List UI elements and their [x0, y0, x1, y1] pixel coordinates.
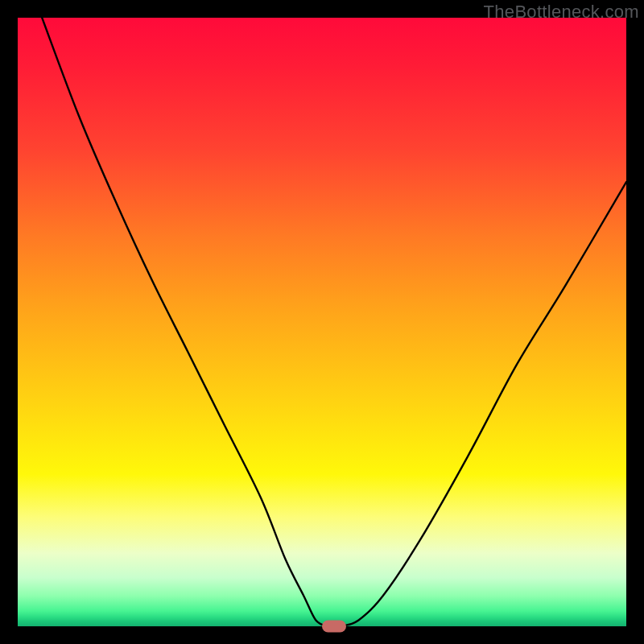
- bottleneck-curve: [18, 18, 626, 626]
- chart-frame: TheBottleneck.com: [0, 0, 644, 644]
- plot-area: [18, 18, 626, 626]
- watermark-text: TheBottleneck.com: [484, 2, 639, 23]
- optimal-marker-icon: [322, 621, 346, 633]
